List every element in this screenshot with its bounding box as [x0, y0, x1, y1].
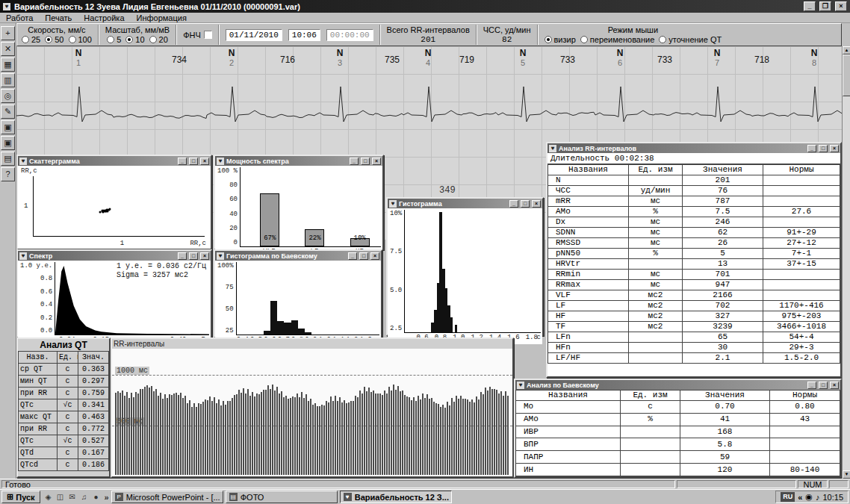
plus-icon[interactable]: +	[1, 26, 15, 40]
minimize-button[interactable]: _	[807, 382, 816, 389]
scale-radio[interactable]	[125, 36, 133, 43]
histogram-bar	[291, 320, 298, 335]
print-icon[interactable]: ▣	[1, 120, 15, 134]
list-icon[interactable]: ▥	[1, 73, 15, 87]
time-field[interactable]: 10:06	[288, 29, 320, 41]
spectrum-titlebar[interactable]: ♥ Спектр _ □ ×	[18, 251, 211, 261]
scroll-up-icon[interactable]: ▲	[843, 46, 850, 55]
scale-radio[interactable]	[107, 36, 114, 43]
spectrum-notes: 1 у.е. = 0.036 c2/Гц Sigma = 3257 мс2	[117, 262, 206, 280]
spectrum-power-titlebar[interactable]: ♥ Мощность спектра _ □ ×	[215, 156, 382, 166]
maximize-button[interactable]: □	[189, 158, 198, 165]
minimize-button[interactable]: _	[807, 145, 816, 152]
table-cell: 5.8	[680, 438, 770, 451]
menu-item-Настройка[interactable]: Настройка	[78, 13, 130, 22]
minimize-button[interactable]: _	[350, 158, 359, 165]
menu-item-Работа[interactable]: Работа	[0, 13, 39, 22]
task-button[interactable]: ♥Вариабельность 12 З...	[340, 491, 452, 503]
sheet-icon[interactable]: ▤	[1, 152, 15, 166]
menu-item-Информация[interactable]: Информация	[131, 13, 193, 22]
speed-radio[interactable]	[69, 36, 76, 43]
close-button[interactable]: ×	[830, 382, 839, 389]
minimize-button[interactable]: _	[509, 200, 518, 208]
scrollbar-thumb[interactable]	[843, 55, 850, 96]
tray-app-icon[interactable]: ◉	[805, 492, 813, 502]
speed-option[interactable]: 50	[45, 35, 63, 45]
volume-icon[interactable]: ♪	[816, 493, 820, 502]
start-button[interactable]: ⊞ Пуск	[1, 491, 40, 503]
speed-radio[interactable]	[22, 36, 29, 43]
toolbar-overflow-chevron[interactable]: »	[105, 493, 109, 502]
scale-option[interactable]: 10	[125, 35, 144, 45]
scale-option[interactable]: 20	[149, 35, 168, 45]
window-icon: ♥	[549, 145, 556, 152]
maximize-button[interactable]: □	[359, 252, 368, 260]
close-button[interactable]: ×	[830, 145, 839, 152]
scrollbar-track[interactable]	[843, 96, 850, 470]
scale-option-label: 10	[135, 35, 144, 45]
table-row: HRVtr1337+-15	[548, 259, 840, 270]
speed-option[interactable]: 25	[22, 35, 40, 45]
table-row: ср QTc0.363	[19, 364, 109, 376]
quick-launch-5-icon[interactable]: ●	[90, 491, 102, 503]
scroll-down-icon[interactable]: ▼	[843, 470, 850, 479]
quick-launch-3-icon[interactable]: ✉	[66, 491, 78, 503]
table-cell: 702	[683, 301, 763, 311]
mouse-mode-radio[interactable]	[545, 36, 552, 43]
scale-radio[interactable]	[149, 36, 157, 43]
speed-option[interactable]: 100	[69, 35, 92, 45]
lowpass-checkbox[interactable]	[204, 31, 212, 39]
close-button[interactable]: ×	[532, 200, 541, 208]
maximize-button[interactable]: □	[521, 200, 530, 208]
scale-option[interactable]: 5	[107, 35, 121, 45]
minimize-button[interactable]: _	[178, 252, 187, 260]
maximize-button[interactable]: □	[361, 158, 370, 165]
quick-launch-4-icon[interactable]: ♫	[78, 491, 90, 503]
close-button[interactable]: ×	[200, 158, 209, 165]
date-field[interactable]: 01/11/2010	[226, 29, 282, 41]
column-header: Ед. изм	[629, 165, 683, 175]
close-button[interactable]: ×	[372, 158, 381, 165]
language-indicator[interactable]: RU	[781, 492, 795, 502]
speed-radio[interactable]	[45, 36, 52, 43]
cut-icon[interactable]: ✕	[1, 42, 15, 56]
help-icon[interactable]: ?	[1, 167, 15, 181]
print-2-icon[interactable]: ▣	[1, 136, 15, 150]
close-button[interactable]: ×	[370, 252, 379, 260]
vertical-scrollbar[interactable]: ▲ ▼	[842, 46, 850, 479]
close-button[interactable]: ×	[835, 1, 847, 11]
minimize-button[interactable]: _	[178, 158, 187, 165]
tray-collapse-icon[interactable]: «	[798, 493, 802, 502]
rr-intervals-titlebar[interactable]: RR-интервалы	[112, 339, 512, 349]
maximize-button[interactable]: □	[819, 382, 828, 389]
quick-launch-2-icon[interactable]: ◫	[55, 491, 66, 503]
minimize-button[interactable]: _	[804, 1, 816, 11]
maximize-button[interactable]: □	[189, 252, 198, 260]
mouse-mode-radio[interactable]	[659, 36, 666, 43]
maximize-button[interactable]: ❐	[819, 1, 831, 11]
scattergram-titlebar[interactable]: ♥ Скаттерграмма _ □ ×	[18, 156, 211, 166]
histogram-titlebar[interactable]: ♥ Гистограмма _ □ ×	[388, 199, 542, 208]
maximize-button[interactable]: □	[819, 145, 828, 152]
baevsky-histogram-titlebar[interactable]: ♥ Гистограмма по Баевскому _ □ ×	[215, 251, 381, 261]
quick-launch-1-icon[interactable]: ◈	[43, 491, 55, 503]
close-button[interactable]: ×	[200, 252, 209, 260]
table-cell: ВПР	[516, 438, 621, 451]
task-button[interactable]: PMicrosoft PowerPoint - [...	[111, 491, 223, 503]
grid-icon[interactable]: ▦	[1, 57, 15, 72]
task-button[interactable]: ▤ФОТО	[226, 491, 338, 503]
menu-item-Печать[interactable]: Печать	[39, 13, 78, 22]
mouse-mode-option[interactable]: уточнение QT	[659, 35, 722, 45]
mouse-mode-radio[interactable]	[580, 36, 588, 43]
mouse-mode-option[interactable]: переименование	[580, 35, 655, 45]
main-titlebar[interactable]: ♥ Вариабельность 12 Зуева Лидия Евгеньев…	[0, 0, 850, 13]
rr-analysis-titlebar[interactable]: ♥ Анализ RR-интервалов _ □ ×	[547, 143, 840, 153]
rr-interval-bar	[500, 391, 502, 475]
pencil-icon[interactable]: ✎	[1, 105, 15, 119]
table-cell: 0.759	[78, 388, 109, 399]
zoom-icon[interactable]: ◎	[1, 89, 15, 103]
mouse-mode-option[interactable]: визир	[545, 35, 576, 45]
table-cell	[763, 280, 840, 290]
minimize-button[interactable]: _	[348, 252, 357, 260]
baevsky-analysis-titlebar[interactable]: ♥ Анализ по Баевскому _ □ ×	[515, 380, 840, 390]
